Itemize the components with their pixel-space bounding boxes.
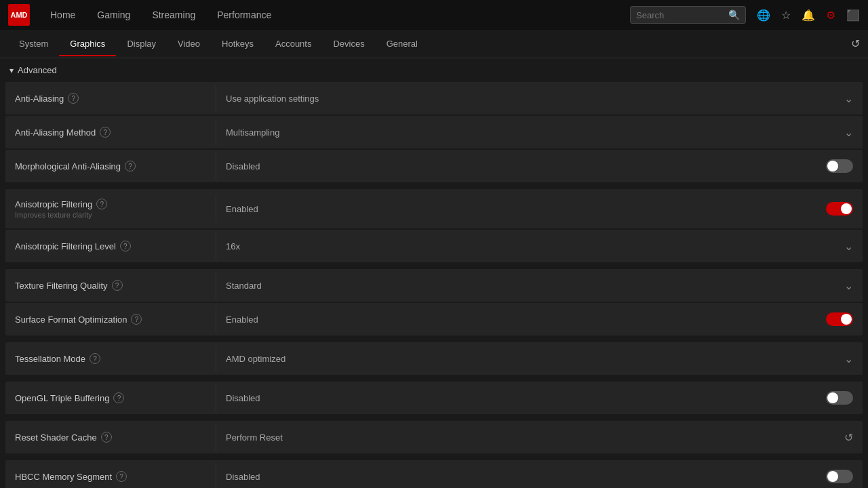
control-col-opengl-triple-buffering: Disabled bbox=[216, 384, 863, 411]
help-icon-tessellation-mode[interactable]: ? bbox=[90, 353, 100, 364]
settings-container: Anti-Aliasing?Use application settings⌄A… bbox=[0, 82, 868, 488]
help-icon-anti-aliasing[interactable]: ? bbox=[68, 93, 79, 104]
globe-icon[interactable]: 🌐 bbox=[757, 9, 770, 22]
advanced-header[interactable]: ▾ Advanced bbox=[0, 58, 868, 82]
toggle-knob-hbcc-memory-segment bbox=[827, 471, 838, 482]
top-nav: AMD Home Gaming Streaming Performance 🔍 … bbox=[0, 0, 868, 30]
help-icon-anisotropic-filtering-level[interactable]: ? bbox=[120, 241, 131, 251]
subtitle-anisotropic-filtering: Improves texture clarity bbox=[15, 211, 206, 219]
setting-row-anti-aliasing-method: Anti-Aliasing Method?Multisampling⌄ bbox=[5, 116, 863, 148]
help-icon-reset-shader-cache[interactable]: ? bbox=[101, 432, 112, 443]
display-icon[interactable]: ⬛ bbox=[846, 9, 860, 22]
control-col-tessellation-mode: AMD optimized⌄ bbox=[216, 346, 863, 372]
help-icon-morphological-anti-aliasing[interactable]: ? bbox=[125, 161, 136, 171]
tab-general[interactable]: General bbox=[376, 32, 429, 56]
spacer-spacer1 bbox=[5, 184, 863, 189]
tab-hotkeys[interactable]: Hotkeys bbox=[211, 32, 264, 56]
spacer-spacer6 bbox=[5, 455, 863, 460]
chevron-down-icon: ▾ bbox=[9, 66, 14, 75]
control-col-surface-format-optimization: Enabled bbox=[216, 306, 863, 333]
control-col-reset-shader-cache: Perform Reset↺ bbox=[216, 424, 863, 451]
dropdown-value-tessellation-mode: AMD optimized bbox=[226, 354, 285, 364]
spacer-spacer4 bbox=[5, 376, 863, 382]
dropdown-tessellation-mode[interactable]: AMD optimized⌄ bbox=[226, 352, 853, 365]
label-col-hbcc-memory-segment: HBCC Memory Segment? bbox=[5, 464, 216, 488]
label-anisotropic-filtering-level: Anisotropic Filtering Level bbox=[15, 241, 116, 251]
control-col-anti-aliasing: Use application settings⌄ bbox=[216, 85, 863, 112]
toggle-knob-anisotropic-filtering bbox=[841, 203, 852, 214]
control-col-morphological-anti-aliasing: Disabled bbox=[216, 152, 863, 180]
dropdown-value-texture-filtering-quality: Standard bbox=[226, 281, 262, 291]
nav-gaming[interactable]: Gaming bbox=[87, 5, 140, 24]
label-col-reset-shader-cache: Reset Shader Cache? bbox=[5, 425, 216, 449]
nav-links: Home Gaming Streaming Performance bbox=[41, 5, 625, 24]
help-icon-texture-filtering-quality[interactable]: ? bbox=[112, 280, 123, 291]
setting-row-anti-aliasing: Anti-Aliasing?Use application settings⌄ bbox=[5, 82, 863, 115]
label-hbcc-memory-segment: HBCC Memory Segment bbox=[15, 472, 112, 482]
search-icon: 🔍 bbox=[728, 9, 740, 20]
search-box[interactable]: 🔍 bbox=[630, 6, 746, 24]
label-col-morphological-anti-aliasing: Morphological Anti-Aliasing? bbox=[5, 154, 216, 178]
label-col-tessellation-mode: Tessellation Mode? bbox=[5, 346, 216, 371]
toggle-label-morphological-anti-aliasing: Disabled bbox=[226, 161, 260, 171]
tab-graphics[interactable]: Graphics bbox=[59, 32, 116, 56]
help-icon-surface-format-optimization[interactable]: ? bbox=[131, 314, 142, 325]
reset-icon-reset-shader-cache[interactable]: ↺ bbox=[844, 431, 853, 444]
spacer-spacer2 bbox=[5, 264, 863, 269]
tab-devices[interactable]: Devices bbox=[322, 32, 375, 56]
label-col-surface-format-optimization: Surface Format Optimization? bbox=[5, 307, 216, 331]
setting-row-anisotropic-filtering-level: Anisotropic Filtering Level?16x⌄ bbox=[5, 230, 863, 262]
tab-video[interactable]: Video bbox=[167, 32, 211, 56]
star-icon[interactable]: ☆ bbox=[781, 9, 791, 22]
setting-row-anisotropic-filtering: Anisotropic Filtering?Improves texture c… bbox=[5, 189, 863, 228]
dropdown-chevron-tessellation-mode: ⌄ bbox=[844, 352, 853, 365]
help-icon-opengl-triple-buffering[interactable]: ? bbox=[113, 392, 124, 403]
nav-streaming[interactable]: Streaming bbox=[142, 5, 205, 24]
label-col-anisotropic-filtering-level: Anisotropic Filtering Level? bbox=[5, 234, 216, 258]
label-anti-aliasing: Anti-Aliasing bbox=[15, 94, 64, 104]
tab-accounts[interactable]: Accounts bbox=[264, 32, 322, 56]
dropdown-texture-filtering-quality[interactable]: Standard⌄ bbox=[226, 279, 853, 292]
toggle-opengl-triple-buffering[interactable] bbox=[826, 391, 853, 405]
help-icon-hbcc-memory-segment[interactable]: ? bbox=[116, 471, 127, 482]
toggle-hbcc-memory-segment[interactable] bbox=[826, 470, 853, 483]
toggle-surface-format-optimization[interactable] bbox=[826, 312, 853, 326]
label-col-anti-aliasing-method: Anti-Aliasing Method? bbox=[5, 120, 216, 144]
tab-system[interactable]: System bbox=[8, 32, 59, 56]
setting-row-opengl-triple-buffering: OpenGL Triple Buffering?Disabled bbox=[5, 382, 863, 414]
bell-icon[interactable]: 🔔 bbox=[802, 9, 815, 22]
spacer-spacer5 bbox=[5, 415, 863, 421]
help-icon-anti-aliasing-method[interactable]: ? bbox=[100, 127, 111, 138]
nav-performance[interactable]: Performance bbox=[208, 5, 281, 24]
dropdown-chevron-anisotropic-filtering-level: ⌄ bbox=[844, 240, 853, 253]
toggle-knob-surface-format-optimization bbox=[841, 314, 852, 325]
label-morphological-anti-aliasing: Morphological Anti-Aliasing bbox=[15, 161, 121, 171]
dropdown-anti-aliasing[interactable]: Use application settings⌄ bbox=[226, 92, 853, 105]
control-col-anisotropic-filtering: Enabled bbox=[216, 195, 863, 222]
toggle-label-anisotropic-filtering: Enabled bbox=[226, 204, 258, 214]
setting-row-reset-shader-cache: Reset Shader Cache?Perform Reset↺ bbox=[5, 421, 863, 453]
label-surface-format-optimization: Surface Format Optimization bbox=[15, 314, 127, 325]
dropdown-anti-aliasing-method[interactable]: Multisampling⌄ bbox=[226, 126, 853, 139]
setting-row-hbcc-memory-segment: HBCC Memory Segment?Disabled bbox=[5, 460, 863, 488]
reset-label-reset-shader-cache: Perform Reset bbox=[226, 432, 283, 443]
label-opengl-triple-buffering: OpenGL Triple Buffering bbox=[15, 393, 109, 403]
back-icon[interactable]: ↺ bbox=[851, 37, 860, 50]
dropdown-anisotropic-filtering-level[interactable]: 16x⌄ bbox=[226, 240, 853, 253]
dropdown-chevron-texture-filtering-quality: ⌄ bbox=[844, 279, 853, 292]
toggle-knob-morphological-anti-aliasing bbox=[827, 161, 838, 171]
nav-home[interactable]: Home bbox=[41, 5, 85, 24]
toggle-knob-opengl-triple-buffering bbox=[827, 392, 838, 403]
tab-display[interactable]: Display bbox=[116, 32, 167, 56]
setting-row-tessellation-mode: Tessellation Mode?AMD optimized⌄ bbox=[5, 342, 863, 375]
toggle-morphological-anti-aliasing[interactable] bbox=[826, 159, 853, 173]
control-col-texture-filtering-quality: Standard⌄ bbox=[216, 272, 863, 299]
spacer-spacer3 bbox=[5, 337, 863, 342]
search-input[interactable] bbox=[636, 10, 724, 20]
toggle-anisotropic-filtering[interactable] bbox=[826, 202, 853, 216]
settings-icon[interactable]: ⚙ bbox=[826, 9, 835, 22]
control-col-anti-aliasing-method: Multisampling⌄ bbox=[216, 119, 863, 146]
dropdown-value-anti-aliasing: Use application settings bbox=[226, 94, 319, 104]
help-icon-anisotropic-filtering[interactable]: ? bbox=[96, 199, 107, 209]
label-reset-shader-cache: Reset Shader Cache bbox=[15, 432, 97, 443]
